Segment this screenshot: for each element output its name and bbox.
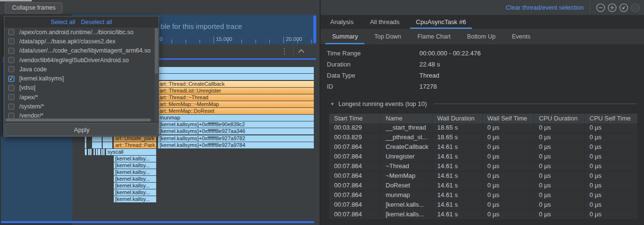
table-row[interactable]: 00:07.864CreateCallback14.61 s0 µs0 µs0 … xyxy=(329,143,638,152)
bottom-scrollbar[interactable] xyxy=(1,221,314,223)
table-cell: __start_thread xyxy=(381,123,432,132)
reset-zoom-icon[interactable] xyxy=(618,2,630,13)
scrollbar-thumb[interactable] xyxy=(155,28,158,74)
filter-item[interactable]: /data/user/.../code_cache/libjvmtiagent_… xyxy=(4,46,155,55)
filter-item[interactable]: [vdso] xyxy=(4,83,155,93)
flame-bar[interactable]: [kernel.kallsy... xyxy=(114,162,156,169)
tab-events[interactable]: Events xyxy=(505,29,537,44)
flame-bar[interactable] xyxy=(103,149,105,155)
longest-events-section-header[interactable]: ▼ Longest running events (top 10) xyxy=(330,100,636,107)
deselect-all-link[interactable]: Deselect all xyxy=(81,19,112,26)
apply-button[interactable]: Apply xyxy=(5,123,158,136)
zoom-in-icon[interactable] xyxy=(606,2,618,13)
filter-item[interactable]: /vendor/lib64/egl/eglSubDriverAndroid.so xyxy=(4,55,155,65)
flame-bar[interactable]: [kernel.kallsy... xyxy=(114,156,156,162)
flame-bar[interactable] xyxy=(98,149,100,155)
flame-bar[interactable] xyxy=(94,149,95,155)
table-cell: 0 µs xyxy=(585,172,638,181)
table-cell: 0 µs xyxy=(585,181,638,190)
checkbox[interactable] xyxy=(8,48,14,54)
column-header[interactable]: CPU Self Time xyxy=(585,114,638,123)
flame-bar[interactable]: [kernel.kallsy... xyxy=(114,183,156,189)
table-row[interactable]: 00:07.864munmap14.61 s0 µs0 µs0 µs xyxy=(329,191,638,200)
tab-cpuasynctask-6[interactable]: CpuAsyncTask #6 xyxy=(410,15,472,29)
zoom-out-icon[interactable] xyxy=(595,2,606,13)
tab-all-threads[interactable]: All threads xyxy=(364,15,405,29)
clear-selection-link[interactable]: Clear thread/event selection xyxy=(506,4,584,11)
filter-item[interactable]: /apex/* xyxy=(4,93,155,102)
column-header[interactable]: Wall Self Time xyxy=(483,114,534,123)
tab-analysis[interactable]: Analysis xyxy=(324,15,359,29)
filter-item[interactable]: Java code xyxy=(4,65,155,74)
flame-bar[interactable] xyxy=(92,142,102,148)
flame-bar[interactable]: [kernel.kallsyms]+0xffffff8e927a9784 xyxy=(158,142,314,148)
table-row[interactable]: 00:03.829__start_thread18.65 s0 µs0 µs0 … xyxy=(329,123,638,133)
filter-horizontal-scrollbar[interactable] xyxy=(5,119,151,121)
table-row[interactable]: 00:07.864Unregister14.61 s0 µs0 µs0 µs xyxy=(329,152,638,162)
flame-bar[interactable]: [kernel.kallsyms]+0xffffff8e927aa346 xyxy=(158,128,314,134)
checkbox[interactable] xyxy=(8,113,14,119)
table-cell: 0 µs xyxy=(534,181,585,190)
select-all-link[interactable]: Select all xyxy=(51,19,75,26)
flame-bar[interactable] xyxy=(90,149,92,155)
checkbox[interactable] xyxy=(8,38,14,44)
flame-bar[interactable]: [kernel.kallsyms]+0xffffff8e90e839c2 xyxy=(158,121,314,128)
collapse-triangle-icon[interactable]: ▼ xyxy=(330,102,335,106)
checkbox[interactable] xyxy=(8,29,14,35)
flame-bar[interactable] xyxy=(158,67,314,73)
collapse-frames-button[interactable]: Collapse frames xyxy=(5,2,63,13)
summary-value: 22.48 s xyxy=(419,61,440,68)
filter-item[interactable]: ✓[kernel.kallsyms] xyxy=(4,74,155,83)
filter-item[interactable]: /data/app/.../base.apk!/classes2.dex xyxy=(4,37,155,46)
flame-bar[interactable] xyxy=(96,149,97,155)
flame-bar[interactable] xyxy=(103,142,112,148)
flame-bar[interactable]: art::MemMap::~MemMap xyxy=(158,101,314,107)
checkbox[interactable]: ✓ xyxy=(8,76,14,82)
filter-item[interactable]: /system/* xyxy=(4,102,155,111)
flame-bar[interactable]: [kernel.kallsy... xyxy=(114,196,156,202)
table-row[interactable]: 00:07.864~Thread14.61 s0 µs0 µs0 µs xyxy=(329,162,638,172)
table-row[interactable]: 00:07.864~MemMap14.61 s0 µs0 µs0 µs xyxy=(329,172,638,181)
flame-bar[interactable]: [kernel.kallsy... xyxy=(114,169,156,175)
flame-bar[interactable]: munmap xyxy=(158,115,314,121)
column-header[interactable]: Name xyxy=(381,114,432,123)
flame-bar[interactable]: [kernel.kallsy... xyxy=(114,189,156,196)
flame-bar[interactable] xyxy=(158,74,314,80)
filter-item[interactable]: /apex/com.android.runtime/.../bionic/lib… xyxy=(4,27,155,37)
drag-handle-icon[interactable]: ⋮ xyxy=(0,57,4,63)
flame-bar[interactable]: [kernel.kallsyms]+0xffffff8e927a9782 xyxy=(158,135,314,142)
flame-bar[interactable]: art::Thread::CreateCallback xyxy=(158,81,314,87)
filter-vertical-scrollbar[interactable] xyxy=(155,28,158,121)
table-row[interactable]: 00:07.864[kernel.kalls...14.61 s0 µs0 µs… xyxy=(329,210,638,220)
table-row[interactable]: 00:07.864DoReset14.61 s0 µs0 µs0 µs xyxy=(329,181,638,191)
column-header[interactable]: CPU Duration xyxy=(534,114,585,123)
flame-bar[interactable]: syscall xyxy=(106,149,156,155)
column-header[interactable]: Start Time xyxy=(329,114,381,123)
table-cell: 0 µs xyxy=(585,191,638,200)
flame-bar[interactable]: [kernel.kallsy... xyxy=(114,176,156,182)
tab-flame-chart[interactable]: Flame Chart xyxy=(411,29,457,44)
checkbox[interactable] xyxy=(8,85,14,91)
checkbox[interactable] xyxy=(8,104,14,110)
checkbox[interactable] xyxy=(8,57,14,63)
flame-bar[interactable]: art::Thread::Park xyxy=(114,142,156,148)
tab-summary[interactable]: Summary xyxy=(325,29,364,44)
table-cell: 0 µs xyxy=(483,191,534,200)
tab-bottom-up[interactable]: Bottom Up xyxy=(460,29,502,44)
table-cell: 0 µs xyxy=(483,181,534,190)
flame-bar[interactable]: art::Thread::~Thread xyxy=(158,94,314,101)
table-row[interactable]: 00:03.829__pthread_st...18.65 s0 µs0 µs0… xyxy=(329,133,638,143)
tab-top-down[interactable]: Top Down xyxy=(367,29,408,44)
flame-bar[interactable] xyxy=(101,149,103,155)
checkbox[interactable] xyxy=(8,94,14,100)
zoom-to-selection-icon[interactable] xyxy=(630,2,641,13)
table-row[interactable]: 00:07.864[kernel.kalls...14.61 s0 µs0 µs… xyxy=(329,200,638,210)
flame-bar[interactable] xyxy=(88,149,90,155)
checkbox[interactable] xyxy=(8,66,14,72)
flame-bar[interactable] xyxy=(85,149,87,155)
column-header[interactable]: Wall Duration xyxy=(432,114,483,123)
summary-value: Thread xyxy=(419,72,439,79)
flame-bar[interactable] xyxy=(85,142,86,148)
flame-bar[interactable]: art::MemMap::DoReset xyxy=(158,108,314,114)
flame-bar[interactable]: art::ThreadList::Unregister xyxy=(158,88,314,94)
